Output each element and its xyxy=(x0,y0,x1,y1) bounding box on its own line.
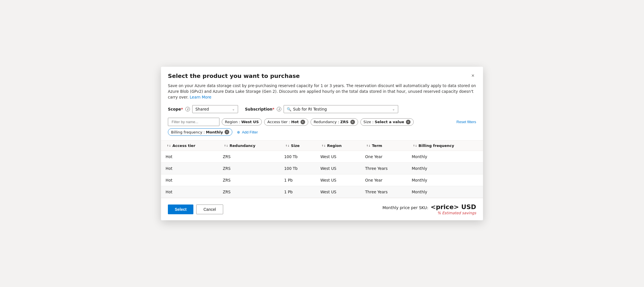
filter-chip-billing-freq[interactable]: Billing frequency : Monthly ✕ xyxy=(168,128,232,136)
select-button[interactable]: Select xyxy=(168,205,193,214)
filter-chip-region[interactable]: Region : West US xyxy=(222,118,262,125)
dialog-footer: Select Cancel Monthly price per SKU: <pr… xyxy=(161,198,483,220)
filter-chip-size-label: Size : Select a value xyxy=(364,120,404,124)
sort-icon-term: ↑↓ xyxy=(366,145,371,147)
scope-dropdown[interactable]: Shared ⌄ xyxy=(192,105,238,113)
product-table: ↑↓ Access tier ↑↓ Redundancy ↑↓ Size ↑↓ … xyxy=(161,141,483,198)
cell-region: West US xyxy=(316,174,360,186)
cell-access_tier: Hot xyxy=(161,186,218,198)
pricing-section: Monthly price per SKU: <price> USD % Est… xyxy=(382,203,476,215)
cell-term: Three Years xyxy=(361,186,407,198)
table-body: HotZRS100 TbWest USOne YearMonthlyHotZRS… xyxy=(161,151,483,198)
filter-chip-access-tier-close[interactable]: ✕ xyxy=(301,120,305,124)
subscription-group: Subscription* i 🔍 Sub for RI Testing ⌄ xyxy=(245,105,398,113)
add-filter-button[interactable]: ⊕ Add Filter xyxy=(235,129,260,135)
sort-icon-billing-freq: ↑↓ xyxy=(413,145,417,147)
price-value: <price> xyxy=(431,203,459,211)
filter-chip-redundancy[interactable]: Redundancy : ZRS ✕ xyxy=(311,118,358,126)
price-label: Monthly price per SKU: xyxy=(382,205,428,210)
subscription-search-icon: 🔍 xyxy=(287,107,291,111)
purchase-dialog: Select the product you want to purchase … xyxy=(161,67,483,221)
subscription-info-icon[interactable]: i xyxy=(277,107,281,111)
table-row[interactable]: HotZRS1 PbWest USOne YearMonthly xyxy=(161,174,483,186)
cell-size: 1 Pb xyxy=(280,186,316,198)
cell-billing_frequency: Monthly xyxy=(407,186,483,198)
cell-region: West US xyxy=(316,151,360,163)
savings-row: % Estimated savings xyxy=(382,211,476,215)
filter-chip-redundancy-close[interactable]: ✕ xyxy=(350,120,355,124)
cell-redundancy: ZRS xyxy=(218,163,280,174)
scope-subscription-row: Scope* i Shared ⌄ Subscription* i 🔍 Sub … xyxy=(161,100,483,113)
col-header-access-tier[interactable]: ↑↓ Access tier xyxy=(161,141,218,151)
col-header-region[interactable]: ↑↓ Region xyxy=(316,141,360,151)
cell-billing_frequency: Monthly xyxy=(407,151,483,163)
table-header-row: ↑↓ Access tier ↑↓ Redundancy ↑↓ Size ↑↓ … xyxy=(161,141,483,151)
subscription-dropdown[interactable]: 🔍 Sub for RI Testing ⌄ xyxy=(284,105,398,113)
product-table-container: ↑↓ Access tier ↑↓ Redundancy ↑↓ Size ↑↓ … xyxy=(161,140,483,198)
cell-redundancy: ZRS xyxy=(218,186,280,198)
add-filter-icon: ⊕ xyxy=(237,130,240,134)
learn-more-link[interactable]: Learn More xyxy=(190,95,211,99)
price-currency: USD xyxy=(461,203,476,211)
sort-icon-redundancy: ↑↓ xyxy=(224,145,228,147)
subscription-chevron-icon: ⌄ xyxy=(392,107,395,111)
scope-chevron-icon: ⌄ xyxy=(232,107,235,111)
table-row[interactable]: HotZRS1 PbWest USThree YearsMonthly xyxy=(161,186,483,198)
dialog-description: Save on your Azure data storage cost by … xyxy=(161,79,483,100)
cell-access_tier: Hot xyxy=(161,151,218,163)
col-header-size[interactable]: ↑↓ Size xyxy=(280,141,316,151)
cell-redundancy: ZRS xyxy=(218,151,280,163)
sort-icon-access-tier: ↑↓ xyxy=(167,145,171,147)
footer-buttons: Select Cancel xyxy=(168,205,223,214)
close-button[interactable]: × xyxy=(470,72,476,79)
billing-freq-row: Billing frequency : Monthly ✕ ⊕ Add Filt… xyxy=(161,126,483,136)
dialog-title: Select the product you want to purchase xyxy=(168,72,300,79)
cell-region: West US xyxy=(316,186,360,198)
scope-info-icon[interactable]: i xyxy=(185,107,190,111)
scope-label: Scope* xyxy=(168,107,183,111)
subscription-value: Sub for RI Testing xyxy=(293,107,390,111)
cell-size: 100 Tb xyxy=(280,151,316,163)
cell-access_tier: Hot xyxy=(161,174,218,186)
cell-region: West US xyxy=(316,163,360,174)
cell-billing_frequency: Monthly xyxy=(407,174,483,186)
cell-redundancy: ZRS xyxy=(218,174,280,186)
filter-chip-redundancy-label: Redundancy : ZRS xyxy=(314,120,349,124)
sort-icon-region: ↑↓ xyxy=(321,145,326,147)
filter-name-input[interactable] xyxy=(168,118,219,126)
col-header-term[interactable]: ↑↓ Term xyxy=(361,141,407,151)
scope-group: Scope* i Shared ⌄ xyxy=(168,105,238,113)
cell-term: One Year xyxy=(361,174,407,186)
price-row: Monthly price per SKU: <price> USD xyxy=(382,203,476,211)
filter-chip-size[interactable]: Size : Select a value ✕ xyxy=(360,118,414,126)
table-row[interactable]: HotZRS100 TbWest USOne YearMonthly xyxy=(161,151,483,163)
scope-value: Shared xyxy=(195,107,230,111)
sort-icon-size: ↑↓ xyxy=(285,145,290,147)
filter-chip-size-close[interactable]: ✕ xyxy=(406,120,411,124)
subscription-label: Subscription* xyxy=(245,107,274,111)
cell-access_tier: Hot xyxy=(161,163,218,174)
reset-filters-button[interactable]: Reset filters xyxy=(456,120,476,124)
cell-term: One Year xyxy=(361,151,407,163)
savings-text: % Estimated savings xyxy=(437,211,476,215)
filter-chip-access-tier[interactable]: Access tier : Hot ✕ xyxy=(264,118,308,126)
filter-chip-region-label: Region : West US xyxy=(225,120,259,124)
col-header-redundancy[interactable]: ↑↓ Redundancy xyxy=(218,141,280,151)
cell-size: 1 Pb xyxy=(280,174,316,186)
col-header-billing-freq[interactable]: ↑↓ Billing frequency xyxy=(407,141,483,151)
cell-term: Three Years xyxy=(361,163,407,174)
filter-chip-billing-freq-close[interactable]: ✕ xyxy=(225,130,229,134)
filter-chip-access-tier-label: Access tier : Hot xyxy=(267,120,299,124)
cell-size: 100 Tb xyxy=(280,163,316,174)
cancel-button[interactable]: Cancel xyxy=(196,205,223,214)
filter-chip-billing-freq-label: Billing frequency : Monthly xyxy=(171,130,223,134)
dialog-header: Select the product you want to purchase … xyxy=(161,67,483,79)
table-row[interactable]: HotZRS100 TbWest USThree YearsMonthly xyxy=(161,163,483,174)
description-text: Save on your Azure data storage cost by … xyxy=(168,83,476,100)
filters-row: Region : West US Access tier : Hot ✕ Red… xyxy=(161,113,483,126)
cell-billing_frequency: Monthly xyxy=(407,163,483,174)
